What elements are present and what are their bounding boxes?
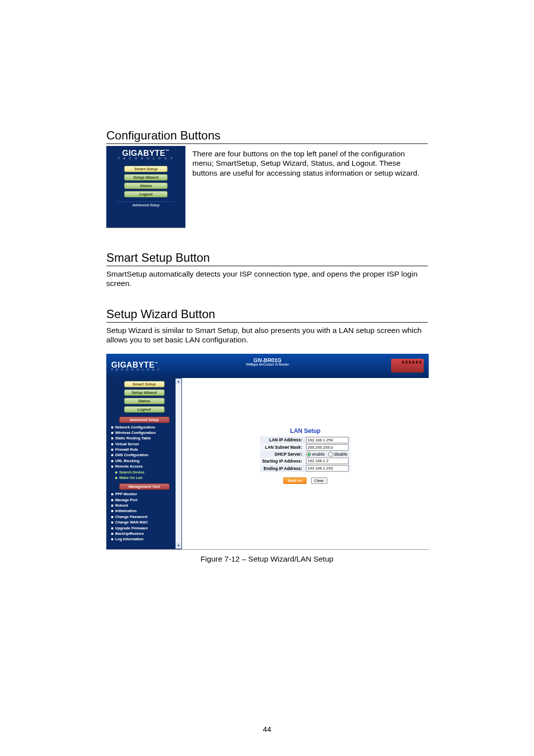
fig-brand-sub: T E C H N O L O G Y (111, 368, 160, 371)
dhcp-disable-text: disable (334, 452, 348, 457)
smart-setup-paragraph: SmartSetup automatically detects your IS… (106, 269, 428, 288)
scroll-up-icon[interactable]: ▴ (176, 378, 181, 384)
sidebar-item[interactable]: Reboot (110, 503, 182, 508)
status-button[interactable]: Status (124, 183, 168, 189)
fig-main: LAN Setup LAN IP Address: LAN Subnet Mas… (182, 378, 429, 549)
model-sub: 54Mbps AirCruiser G Router (246, 363, 289, 367)
setup-wizard-paragraph: Setup Wizard is similar to Smart Setup, … (106, 326, 428, 345)
start-ip-label: Starting IP Address: (260, 457, 304, 465)
lan-ip-input[interactable] (306, 437, 349, 443)
lan-mask-input[interactable] (306, 444, 349, 451)
sidebar-item[interactable]: URL Blocking (110, 458, 182, 464)
sidebar-item[interactable]: Manage Port (110, 497, 182, 503)
dhcp-enable-radio[interactable] (306, 452, 311, 457)
lan-setup-title: LAN Setup (290, 427, 320, 434)
heading-config-buttons: Configuration Buttons (106, 129, 428, 144)
next-button[interactable]: Next >> (283, 477, 307, 484)
sidebar-item[interactable]: Remote Access (110, 464, 182, 469)
sidebar-item[interactable]: Initialization (110, 508, 182, 514)
advanced-setup-header: Advanced Setup (119, 417, 170, 423)
end-ip-input[interactable] (306, 465, 349, 472)
smart-setup-button[interactable]: Smart Setup (124, 166, 168, 172)
dhcp-label: DHCP Server: (260, 451, 304, 458)
logout-button[interactable]: Logout (124, 191, 168, 197)
side-status[interactable]: Status (124, 398, 165, 404)
sidebar-subitem[interactable]: Wake On Lan (110, 475, 182, 480)
router-icon (391, 359, 424, 373)
figure-caption: Figure 7-12 – Setup Wizard/LAN Setup (106, 555, 428, 564)
sidebar-subitem[interactable]: Search Device (110, 470, 182, 475)
sidebar-item[interactable]: Upgrade Firmware (110, 525, 182, 531)
setup-wizard-button[interactable]: Setup Wizard (124, 174, 168, 181)
scroll-down-icon[interactable]: ▾ (176, 543, 181, 549)
lan-setup-table: LAN IP Address: LAN Subnet Mask: DHCP Se… (260, 436, 351, 472)
brand-subtext: T E C H N O L O G Y (118, 157, 174, 160)
dhcp-disable-radio[interactable] (328, 452, 333, 457)
sidebar-item[interactable]: Log Information (110, 536, 182, 542)
heading-smart-setup: Smart Setup Button (106, 251, 428, 266)
start-ip-input[interactable] (306, 458, 349, 464)
sidebar-item[interactable]: Wireless Configuration (110, 430, 182, 435)
sidebar-item[interactable]: Network Configuration (110, 425, 182, 430)
side-logout[interactable]: Logout (124, 406, 165, 413)
fig-sidebar: ▴ ▾ Smart Setup Setup Wizard Status Logo… (106, 378, 182, 549)
management-tool-header: Management Tool (119, 483, 170, 490)
sidebar-item[interactable]: DNS Configuration (110, 452, 182, 458)
sidebar-item[interactable]: Firewall Rule (110, 447, 182, 452)
config-buttons-paragraph: There are four buttons on the top left p… (192, 149, 428, 178)
sidebar-item[interactable]: PPP Monitor (110, 491, 182, 497)
lan-mask-label: LAN Subnet Mask: (260, 444, 304, 451)
sidebar-item[interactable]: Change Password (110, 514, 182, 520)
lan-ip-label: LAN IP Address: (260, 436, 304, 444)
end-ip-label: Ending IP Address: (260, 465, 304, 472)
thumbnail-panel: GIGABYTE™ T E C H N O L O G Y Smart Setu… (106, 146, 185, 228)
side-smart-setup[interactable]: Smart Setup (124, 381, 165, 387)
sidebar-item[interactable]: BackUp/Restore (110, 531, 182, 536)
figure-lan-setup: GIGABYTE™ T E C H N O L O G Y GN-BR01G 5… (106, 354, 429, 550)
dhcp-enable-text: enable (312, 452, 325, 457)
side-setup-wizard[interactable]: Setup Wizard (124, 389, 165, 396)
sidebar-item[interactable]: Change WAN MAC (110, 520, 182, 525)
heading-setup-wizard: Setup Wizard Button (106, 307, 428, 323)
model-name: GN-BR01G (246, 358, 289, 364)
clear-button[interactable]: Clear (311, 477, 327, 484)
advanced-setup-label: Advanced Setup (116, 201, 176, 207)
sidebar-item[interactable]: Static Routing Table (110, 435, 182, 441)
sidebar-item[interactable]: Virtual Server (110, 441, 182, 447)
page-number: 44 (0, 725, 534, 734)
